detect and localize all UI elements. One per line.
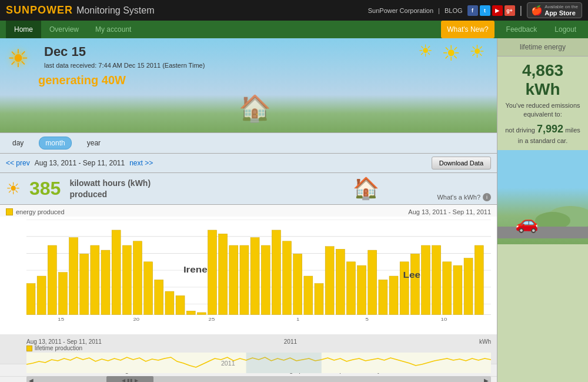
weather-sun-1: ☀ (418, 41, 433, 66)
bar-10 (133, 241, 142, 315)
bar-17 (208, 230, 217, 315)
mini-year-text: 2011 (221, 360, 235, 367)
miles-display: not driving 7,992 miles in a standard ca… (503, 122, 582, 146)
x-label-25: 25 (209, 317, 215, 322)
bar-12 (155, 280, 163, 314)
nav-logout[interactable]: Logout (549, 21, 582, 38)
scroll-left-arrow[interactable]: ◀ (26, 377, 36, 383)
date-range-text: Aug 13, 2011 - Sep 11, 2011 (35, 159, 125, 167)
bar-15 (186, 311, 195, 314)
weather-sun-2: ☀ (442, 41, 460, 66)
thumb-left-icon: ◀ (122, 378, 125, 383)
nav-overview[interactable]: Overview (41, 21, 87, 38)
header-right: SunPower Corporation | BLOG f t ▶ g+ | 🍎… (368, 2, 582, 18)
bar-27 (315, 284, 323, 315)
bar-19 (229, 245, 238, 315)
x-label-15: 15 (58, 317, 64, 322)
scroll-legend: lifetime production (26, 345, 102, 351)
bar-5 (80, 254, 89, 314)
nav-whatsnew[interactable]: What's New? (441, 21, 494, 38)
scroll-kwh-label: kWh (479, 338, 491, 351)
blog-link[interactable]: BLOG (445, 7, 463, 14)
appstore-label: Available on the (544, 4, 578, 9)
sidebar: lifetime energy 4,863 kWh You've reduced… (497, 38, 588, 382)
bar-30 (346, 262, 355, 315)
bar-1 (37, 276, 46, 315)
nav-left: Home Overview My account (6, 21, 139, 38)
legend-box (6, 208, 13, 215)
x-label-5: 5 (365, 317, 368, 322)
car-icon: 🚗 (515, 211, 539, 234)
chart-date-range: Aug 13, 2011 - Sep 11, 2011 (408, 208, 491, 215)
main-wrapper: ☀ ☀ ☀ ☀ Dec 15 last data received: 7:44 … (0, 38, 588, 382)
scrollbar-control[interactable]: ◀ ◀ ▮▮ ▶ ▶ (26, 376, 491, 382)
bar-4 (69, 238, 78, 315)
bar-29 (336, 249, 345, 314)
twitter-icon[interactable]: t (480, 5, 490, 16)
view-day-btn[interactable]: day (6, 137, 30, 150)
mini-chart-svg: 2011 (26, 353, 491, 373)
prev-arrow[interactable]: << prev (6, 159, 30, 167)
weather-suns: ☀ ☀ ☀ (418, 41, 485, 66)
bar-0 (26, 284, 35, 315)
bar-11 (144, 262, 153, 315)
corp-text: SunPower Corporation (368, 7, 433, 14)
chart-area: energy produced Aug 13, 2011 - Sep 11, 2… (0, 205, 497, 334)
youtube-icon[interactable]: ▶ (492, 5, 503, 16)
bar-31 (358, 265, 366, 314)
last-data-time: 7:44 AM Dec 15 2011 (Eastern Time) (98, 62, 205, 69)
production-stats: ☀ 385 kilowatt hours (kWh) produced 🏠 Wh… (0, 173, 497, 205)
appstore-name: App Store (544, 9, 578, 16)
car-scene: 🚗 (497, 150, 588, 244)
scroll-right-arrow[interactable]: ▶ (482, 377, 491, 383)
facebook-icon[interactable]: f (467, 5, 478, 16)
bar-23 (272, 230, 280, 315)
scroll-lifetime-label: lifetime production (35, 345, 82, 351)
googleplus-icon[interactable]: g+ (505, 5, 515, 16)
bar-18 (219, 234, 228, 314)
bar-38 (432, 245, 441, 315)
x-label-10: 10 (441, 317, 447, 322)
kwh-display: 385 (29, 178, 61, 200)
lifetime-kwh: 4,863 kWh (497, 57, 588, 101)
view-controls: day month year (0, 132, 497, 154)
view-year-btn[interactable]: year (81, 137, 107, 150)
scroll-selection (246, 353, 322, 373)
scroll-range-label: Aug 13, 2011 - Sep 11, 2011 lifetime pro… (26, 338, 102, 351)
house-icon: 🏠 (239, 93, 271, 124)
thumb-right-icon: ▶ (135, 378, 138, 383)
nav-feedback[interactable]: Feedback (500, 21, 543, 38)
x-label-20: 20 (133, 317, 139, 322)
bar-36 (410, 254, 419, 314)
bar-21 (250, 238, 259, 315)
irene-label: Irene (183, 265, 208, 274)
info-icon[interactable]: i (483, 193, 491, 201)
nav-myaccount[interactable]: My account (87, 21, 139, 38)
emissions-label: You've reduced emissions equivalent to: (503, 101, 582, 119)
bar-28 (325, 247, 334, 315)
bar-22 (261, 245, 270, 315)
bar-13 (165, 291, 174, 314)
bar-33 (379, 280, 387, 314)
bar-32 (368, 250, 377, 314)
appstore-badge[interactable]: 🍎 Available on the App Store (527, 2, 582, 18)
bar-2 (48, 245, 56, 315)
nav-bar: Home Overview My account What's New? Fee… (0, 21, 588, 38)
next-arrow[interactable]: next >> (129, 159, 153, 167)
bar-25 (293, 254, 302, 314)
bar-7 (101, 250, 110, 314)
emissions-text: You've reduced emissions equivalent to: … (497, 101, 588, 150)
view-month-btn[interactable]: month (39, 137, 71, 150)
x-label-1: 1 (296, 317, 299, 322)
chart-canvas: 24 20 16 12 8 4 0 kWh (0, 217, 497, 334)
scrollbar-thumb[interactable]: ◀ ▮▮ ▶ (106, 376, 153, 382)
lee-label: Lee (403, 270, 421, 279)
bar-34 (389, 276, 398, 315)
logo-sun: SUN (6, 4, 30, 16)
scroll-chart-wrapper: Aug 13, 2011 - Sep 11, 2011 lifetime pro… (0, 334, 497, 364)
nav-home[interactable]: Home (6, 21, 41, 38)
download-data-btn[interactable]: Download Data (432, 157, 491, 170)
lifetime-header: lifetime energy (497, 38, 588, 57)
bar-39 (443, 262, 452, 315)
main-left: ☀ ☀ ☀ ☀ Dec 15 last data received: 7:44 … (0, 38, 497, 382)
